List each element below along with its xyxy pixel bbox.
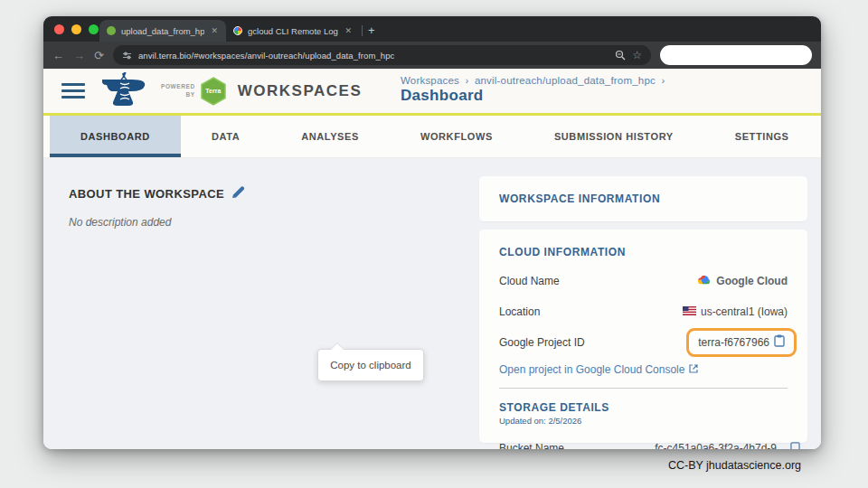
window-minimize-button[interactable]	[71, 24, 81, 34]
gcloud-favicon-icon	[233, 26, 242, 35]
storage-details-title: STORAGE DETAILS	[499, 401, 788, 414]
window-controls	[54, 24, 99, 34]
tab-title: gcloud CLI Remote Login	[248, 26, 338, 36]
cloud-information-title: CLOUD INFORMATION	[499, 246, 788, 258]
workspace-information-card: WORKSPACE INFORMATION	[479, 176, 807, 221]
tab-data[interactable]: DATA	[181, 116, 270, 157]
powered-by-label: POWERED BY	[161, 83, 195, 98]
terra-favicon-icon	[107, 26, 116, 35]
bucket-name-label: Bucket Name	[499, 442, 564, 449]
tab-analyses[interactable]: ANALYSES	[270, 116, 390, 157]
breadcrumb-workspace-link[interactable]: anvil-outreach/upload_data_from_hpc	[475, 75, 656, 86]
project-id-label: Google Project ID	[499, 336, 585, 349]
browser-window: upload_data_from_hpc - Das ✕ gcloud CLI …	[43, 16, 821, 449]
dashboard-content: ABOUT THE WORKSPACE No description added…	[43, 158, 821, 449]
tab-separator	[362, 25, 363, 36]
page-title: Dashboard	[401, 87, 667, 105]
new-tab-button[interactable]: +	[368, 23, 375, 37]
close-tab-icon[interactable]: ✕	[344, 26, 353, 35]
hamburger-menu-icon[interactable]	[61, 83, 85, 99]
reload-icon[interactable]: ⟳	[94, 50, 104, 61]
location-row: Location us-central1 (Iowa)	[499, 304, 788, 320]
bookmark-star-icon[interactable]: ☆	[632, 50, 642, 61]
breadcrumb-workspaces-link[interactable]: Workspaces	[401, 75, 459, 86]
zoom-icon[interactable]	[615, 50, 626, 61]
copy-tooltip: Copy to clipboard	[317, 349, 424, 381]
tooltip-label: Copy to clipboard	[330, 360, 411, 371]
open-console-link[interactable]: Open project in Google Cloud Console	[499, 363, 788, 376]
bucket-name-value: fc-c451a0a6-3f2a-4b7d-9...	[655, 442, 786, 449]
anvil-logo[interactable]	[101, 72, 148, 110]
window-close-button[interactable]	[54, 24, 64, 34]
location-value: us-central1 (Iowa)	[701, 305, 788, 318]
open-console-label: Open project in Google Cloud Console	[499, 363, 684, 376]
tab-title: upload_data_from_hpc - Das	[121, 26, 204, 36]
app-title: WORKSPACES	[238, 82, 362, 100]
terra-logo-label: Terra	[200, 88, 227, 94]
bucket-name-row: Bucket Name fc-c451a0a6-3f2a-4b7d-9...	[499, 440, 788, 449]
tab-workflows[interactable]: WORKFLOWS	[390, 116, 524, 157]
address-bar[interactable]: anvil.terra.bio/#workspaces/anvil-outrea…	[113, 45, 651, 65]
tab-settings[interactable]: SETTINGS	[704, 116, 820, 157]
google-cloud-icon	[697, 274, 712, 288]
cloud-name-label: Cloud Name	[499, 275, 560, 287]
breadcrumb-separator: ›	[661, 75, 665, 86]
tooltip-caret	[331, 343, 344, 350]
terra-header: POWERED BY Terra WORKSPACES Workspaces ›…	[43, 69, 821, 116]
tab-submission-history[interactable]: SUBMISSION HISTORY	[524, 116, 704, 157]
sidebar: WORKSPACE INFORMATION CLOUD INFORMATION …	[479, 176, 807, 443]
workspace-information-title: WORKSPACE INFORMATION	[499, 192, 788, 205]
breadcrumb-separator: ›	[465, 75, 468, 86]
project-id-highlight: terra-f6767966	[686, 328, 797, 357]
location-label: Location	[499, 305, 540, 318]
about-workspace-section: ABOUT THE WORKSPACE No description added	[69, 185, 245, 229]
storage-updated-label: Updated on: 2/5/2026	[499, 416, 788, 426]
copy-to-clipboard-icon[interactable]	[774, 334, 785, 351]
desktop: upload_data_from_hpc - Das ✕ gcloud CLI …	[0, 0, 868, 488]
window-zoom-button[interactable]	[89, 24, 99, 34]
browser-tab-gcloud[interactable]: gcloud CLI Remote Login ✕	[226, 20, 360, 42]
browser-tab-bar: upload_data_from_hpc - Das ✕ gcloud CLI …	[43, 16, 821, 42]
browser-toolbar: ← → ⟳ anvil.terra.bio/#workspaces/anvil-…	[43, 42, 821, 69]
back-icon[interactable]: ←	[52, 50, 64, 61]
about-title: ABOUT THE WORKSPACE	[69, 187, 224, 201]
external-link-icon	[689, 363, 698, 376]
edit-pencil-icon[interactable]	[231, 185, 245, 202]
project-id-row: Google Project ID terra-f6767966	[499, 334, 788, 351]
tab-dashboard[interactable]: DASHBOARD	[50, 116, 181, 157]
workspace-description: No description added	[69, 216, 245, 229]
workspace-nav: DASHBOARD DATA ANALYSES WORKFLOWS SUBMIS…	[43, 116, 821, 158]
cloud-information-card: CLOUD INFORMATION Cloud Name	[479, 230, 807, 443]
cloud-name-row: Cloud Name	[499, 273, 788, 289]
copy-bucket-icon[interactable]	[790, 441, 800, 449]
url-text: anvil.terra.bio/#workspaces/anvil-outrea…	[138, 51, 609, 61]
forward-icon[interactable]: →	[73, 50, 85, 61]
us-flag-icon	[683, 305, 696, 318]
project-id-value: terra-f6767966	[698, 336, 769, 349]
terra-logo: Terra	[200, 77, 227, 106]
browser-tab-dashboard[interactable]: upload_data_from_hpc - Das ✕	[99, 20, 226, 42]
breadcrumb: Workspaces › anvil-outreach/upload_data_…	[401, 75, 667, 105]
cloud-name-value: Google Cloud	[716, 275, 788, 287]
section-divider	[499, 388, 788, 389]
license-attribution: CC-BY jhudatascience.org	[668, 459, 801, 472]
profile-area-blank	[660, 45, 812, 65]
site-settings-icon[interactable]	[122, 51, 132, 61]
close-tab-icon[interactable]: ✕	[210, 26, 219, 35]
